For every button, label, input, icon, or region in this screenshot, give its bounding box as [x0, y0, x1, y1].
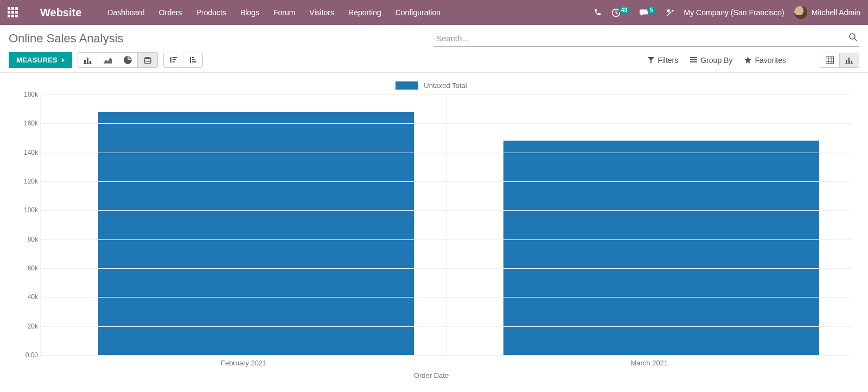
star-icon — [744, 56, 751, 64]
x-tick: February 2021 — [41, 359, 446, 367]
messages-button[interactable]: 5 — [640, 8, 656, 17]
svg-point-6 — [144, 57, 151, 59]
bars-container: February 2021March 2021 — [41, 94, 852, 355]
legend-label: Untaxed Total — [424, 81, 467, 90]
gridline — [41, 268, 852, 269]
y-tick: 100k — [14, 206, 38, 214]
y-tick: 120k — [14, 178, 38, 185]
y-tick: 180k — [14, 91, 38, 98]
pie-chart-button[interactable] — [118, 53, 138, 67]
stacked-chart-button[interactable] — [138, 53, 157, 67]
x-axis-label: Order Date — [5, 371, 857, 380]
svg-rect-11 — [846, 60, 847, 64]
chart-area: Untaxed Total Untaxed Total February 202… — [0, 73, 868, 377]
filters-button[interactable]: Filters — [648, 56, 678, 65]
company-selector[interactable]: My Company (San Francisco) — [684, 8, 784, 17]
systray: 43 5 My Company (San Francisco) Mitchell… — [593, 6, 860, 19]
user-menu[interactable]: Mitchell Admin — [794, 6, 860, 19]
sort-desc-button[interactable] — [164, 53, 183, 67]
menu-configuration[interactable]: Configuration — [395, 8, 441, 17]
svg-point-1 — [850, 34, 855, 39]
groupby-label: Group By — [700, 56, 732, 65]
favorites-label: Favorites — [755, 56, 786, 65]
activities-button[interactable]: 43 — [611, 8, 630, 17]
page-title: Online Sales Analysis — [9, 31, 434, 46]
caret-right-icon — [62, 58, 65, 62]
menu-dashboard[interactable]: Dashboard — [107, 8, 145, 17]
filter-icon — [648, 57, 654, 64]
svg-rect-10 — [826, 56, 834, 64]
x-tick: March 2021 — [447, 359, 852, 367]
pivot-view-button[interactable] — [820, 53, 840, 67]
y-tick: 0.00 — [14, 351, 38, 359]
main-menu: Dashboard Orders Products Blogs Forum Vi… — [107, 8, 593, 17]
top-navbar: Website Dashboard Orders Products Blogs … — [0, 0, 868, 25]
user-name: Mitchell Admin — [812, 8, 860, 17]
view-switcher — [820, 53, 859, 68]
sort-group — [163, 53, 203, 68]
svg-rect-2 — [84, 60, 86, 64]
gridline — [41, 297, 852, 298]
svg-rect-3 — [87, 58, 88, 64]
bar-slot: February 2021 — [41, 94, 446, 355]
search-options: Filters Group By Favorites — [648, 53, 859, 68]
gridline — [41, 210, 852, 211]
brand-title[interactable]: Website — [40, 7, 81, 19]
line-chart-button[interactable] — [98, 53, 118, 67]
bar[interactable] — [98, 112, 414, 355]
search-container — [434, 30, 859, 47]
avatar — [794, 6, 807, 19]
svg-rect-13 — [851, 60, 852, 63]
activities-count: 43 — [618, 7, 630, 14]
bar[interactable] — [503, 141, 819, 355]
control-panel-top: Online Sales Analysis — [0, 25, 868, 47]
gridline — [41, 123, 852, 124]
menu-reporting[interactable]: Reporting — [348, 8, 381, 17]
measures-label: MEASURES — [16, 56, 58, 64]
measures-button[interactable]: MEASURES — [9, 52, 72, 68]
svg-rect-8 — [690, 59, 697, 60]
chart-type-group — [78, 52, 158, 68]
svg-rect-4 — [90, 61, 91, 64]
gridline — [41, 326, 852, 327]
svg-rect-12 — [848, 58, 850, 63]
y-tick: 60k — [14, 264, 38, 272]
favorites-button[interactable]: Favorites — [744, 56, 786, 65]
menu-blogs[interactable]: Blogs — [240, 8, 259, 17]
phone-icon[interactable] — [593, 9, 602, 17]
y-tick: 80k — [14, 236, 38, 243]
menu-products[interactable]: Products — [196, 8, 226, 17]
svg-rect-5 — [84, 64, 92, 64]
svg-rect-14 — [845, 63, 853, 64]
gridline — [41, 94, 852, 95]
gridline — [41, 239, 852, 240]
list-icon — [690, 57, 697, 63]
menu-forum[interactable]: Forum — [273, 8, 295, 17]
menu-visitors[interactable]: Visitors — [309, 8, 334, 17]
y-tick: 140k — [14, 149, 38, 156]
svg-rect-9 — [690, 61, 697, 62]
apps-icon[interactable] — [8, 7, 18, 18]
bar-chart-button[interactable] — [78, 53, 98, 67]
sort-asc-button[interactable] — [183, 53, 202, 67]
debug-icon[interactable] — [666, 8, 674, 17]
search-icon[interactable] — [848, 33, 857, 41]
legend-swatch — [395, 81, 418, 90]
chart-plot: February 2021March 2021 0.0020k40k60k80k… — [41, 94, 852, 355]
y-tick: 40k — [14, 293, 38, 301]
bar-slot: March 2021 — [446, 94, 852, 355]
gridline — [41, 153, 852, 153]
gridline — [41, 181, 852, 182]
search-input[interactable] — [434, 30, 859, 47]
groupby-button[interactable]: Group By — [690, 56, 732, 65]
y-tick: 20k — [14, 323, 38, 330]
control-panel-bottom: MEASURES Filters Group By — [0, 47, 868, 73]
svg-rect-7 — [690, 57, 697, 58]
menu-orders[interactable]: Orders — [159, 8, 182, 17]
y-tick: 160k — [14, 119, 38, 127]
gridline — [41, 355, 852, 356]
graph-view-button[interactable] — [840, 53, 859, 67]
messages-count: 5 — [647, 7, 656, 14]
legend-item[interactable]: Untaxed Total — [395, 81, 467, 90]
chart-legend: Untaxed Total — [5, 78, 857, 94]
